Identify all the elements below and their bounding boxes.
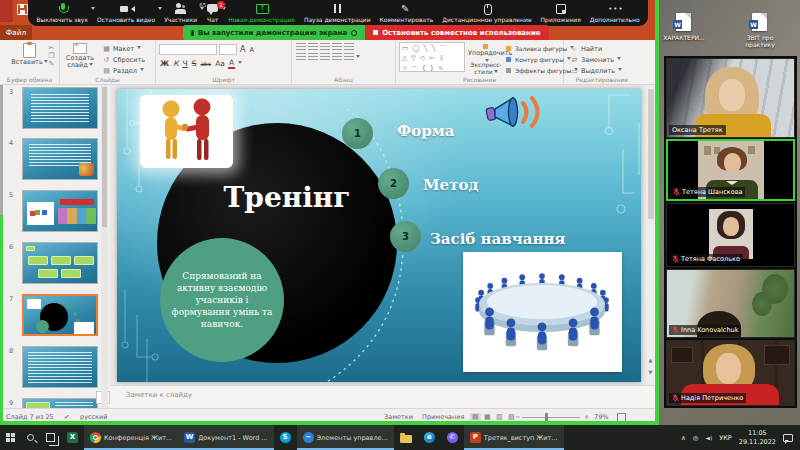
zoom-slider[interactable]: [522, 417, 580, 418]
normal-view-icon[interactable]: ▤: [470, 413, 481, 421]
change-case-button[interactable]: Аа: [214, 59, 226, 68]
desktop-icon-label[interactable]: ХАРАКТЕРИ...: [655, 34, 713, 41]
remote-control-button[interactable]: Дистанционное управление: [442, 3, 531, 23]
more-button[interactable]: Дополнительно: [590, 3, 640, 23]
char-spacing-button[interactable]: abc: [199, 60, 212, 67]
slide-thumbnail-3[interactable]: [22, 87, 98, 129]
stop-video-button[interactable]: Остановить видео: [97, 3, 155, 23]
tray-expand-icon[interactable]: ∧: [681, 434, 686, 442]
line-spacing-icon[interactable]: [344, 43, 354, 51]
participant-video-active-speaker[interactable]: Тетяна Шанскова: [666, 139, 795, 201]
reading-view-icon[interactable]: ▥: [494, 413, 505, 421]
indent-increase-icon[interactable]: [332, 43, 342, 51]
new-share-button[interactable]: Новая демонстрация: [228, 3, 295, 23]
slide-title[interactable]: Тренінг: [202, 181, 372, 214]
task-view-button[interactable]: [40, 425, 61, 450]
taskbar-skype[interactable]: S: [274, 425, 297, 450]
item-label[interactable]: Засіб навчання: [430, 230, 565, 248]
word-file-icon[interactable]: W: [676, 13, 691, 31]
bold-button[interactable]: Ж: [159, 59, 170, 68]
round-table-clipart-image[interactable]: [463, 252, 622, 372]
apps-button[interactable]: Приложения: [541, 3, 581, 23]
spellcheck-icon[interactable]: ✔: [64, 413, 69, 421]
taskbar-edge[interactable]: e: [418, 425, 441, 450]
previous-slide-button[interactable]: ▲: [647, 357, 654, 364]
align-center-icon[interactable]: [308, 53, 318, 61]
tray-app-icon[interactable]: ◎: [693, 434, 699, 442]
start-button[interactable]: [0, 425, 21, 450]
taskbar-viber[interactable]: ✆: [441, 425, 464, 450]
participant-video[interactable]: Тетяна Фасолько: [666, 203, 795, 267]
notes-pane[interactable]: Заметки к слайду: [110, 385, 656, 408]
desktop-icon-label[interactable]: ЗВІТ про практику: [731, 34, 789, 48]
language-switcher[interactable]: УКР: [719, 434, 732, 442]
numbering-icon[interactable]: [308, 43, 318, 51]
slide-thumbnail-4[interactable]: [22, 138, 98, 180]
slide-thumbnail-8[interactable]: [22, 346, 98, 388]
item-number-circle[interactable]: 2: [378, 168, 409, 199]
italic-button[interactable]: К: [172, 59, 179, 68]
copy-icon[interactable]: ❐: [47, 52, 56, 60]
format-painter-icon[interactable]: ✎: [47, 60, 56, 68]
underline-button[interactable]: Ч: [182, 59, 189, 68]
slide-thumbnail-7-selected[interactable]: [22, 294, 98, 336]
participant-video[interactable]: Inna Konovalchuk: [666, 269, 795, 338]
align-right-icon[interactable]: [320, 53, 330, 61]
notes-toggle[interactable]: Заметки: [384, 413, 413, 421]
quick-styles-button[interactable]: Экспресс-стили: [468, 62, 504, 76]
chat-button[interactable]: 1 Чат: [206, 3, 219, 23]
item-number-circle[interactable]: 1: [342, 118, 373, 149]
word-file-icon[interactable]: W: [752, 13, 767, 31]
slide-thumbnail-9[interactable]: [22, 398, 98, 408]
layout-button[interactable]: ▦Макет: [102, 43, 145, 54]
taskbar-chrome-window[interactable]: Конференція Жит...: [84, 425, 178, 450]
thumbnail-scrollbar[interactable]: [101, 85, 108, 408]
stop-share-button[interactable]: Остановить совместное использование: [365, 25, 548, 40]
font-color-button[interactable]: А: [228, 58, 235, 69]
cut-icon[interactable]: ✂: [47, 44, 56, 52]
taskbar-explorer[interactable]: [394, 425, 418, 450]
taskbar-excel[interactable]: X: [61, 425, 84, 450]
select-button[interactable]: ▭Выделить: [570, 65, 622, 76]
taskbar-clock[interactable]: 11:05 29.11.2022: [739, 429, 776, 446]
replace-button[interactable]: ⇄Заменить: [570, 54, 622, 65]
save-icon[interactable]: [17, 4, 28, 15]
font-name-input[interactable]: [159, 44, 217, 55]
comments-toggle[interactable]: Примечания: [422, 413, 464, 421]
zoom-out-button[interactable]: −: [515, 413, 520, 421]
slide-sorter-view-icon[interactable]: ▦: [482, 413, 493, 421]
participants-button[interactable]: 65 Участники: [164, 3, 197, 23]
file-tab[interactable]: Файл: [0, 25, 32, 40]
next-slide-button[interactable]: ▼: [647, 369, 654, 376]
reset-button[interactable]: ↺Сбросить: [102, 54, 145, 65]
description-circle-shape[interactable]: Спрямований на активну взаємодію учасник…: [160, 238, 284, 362]
speaker-icon[interactable]: ◄): [705, 434, 712, 441]
pause-share-button[interactable]: Пауза демонстрации: [304, 3, 371, 23]
participant-video[interactable]: Оксана Третяк: [666, 58, 795, 138]
zoom-level[interactable]: 79%: [594, 413, 608, 421]
find-button[interactable]: ⌕Найти: [570, 43, 622, 54]
taskbar-elements-window[interactable]: − Элементы управле...: [297, 425, 394, 450]
taskbar-search-button[interactable]: [21, 425, 40, 450]
taskbar-powerpoint-window[interactable]: P Третяк_виступ Жит...: [464, 425, 564, 450]
font-size-input[interactable]: [219, 44, 237, 55]
columns-icon[interactable]: [344, 53, 354, 61]
justify-icon[interactable]: [332, 53, 342, 61]
align-left-icon[interactable]: [296, 53, 306, 61]
notification-center-icon[interactable]: [783, 434, 793, 442]
slide-thumbnail-6[interactable]: [22, 242, 98, 284]
section-button[interactable]: ▤Раздел: [102, 65, 145, 76]
participant-video[interactable]: Надія Петриченко: [666, 340, 795, 406]
mute-button[interactable]: Выключить звук: [36, 3, 88, 23]
new-slide-button[interactable]: Создать слайд: [63, 42, 97, 70]
shapes-gallery[interactable]: ▭ ◯ ╲ ╲ ⌒△ ▽ ◇ ⇦ ⇩☆ ◠ { } ∿: [399, 42, 465, 72]
taskbar-word-window[interactable]: W Документ1 - Word ...: [178, 425, 273, 450]
shrink-font-button[interactable]: А: [248, 46, 254, 54]
item-label[interactable]: Форма: [397, 122, 454, 140]
slide-scrollbar[interactable]: ▲ ▼: [646, 85, 655, 385]
item-label[interactable]: Метод: [423, 176, 478, 194]
zoom-in-button[interactable]: +: [584, 413, 589, 421]
annotate-button[interactable]: Комментировать: [380, 3, 434, 23]
indent-decrease-icon[interactable]: [320, 43, 330, 51]
language-indicator[interactable]: русский: [80, 413, 108, 421]
